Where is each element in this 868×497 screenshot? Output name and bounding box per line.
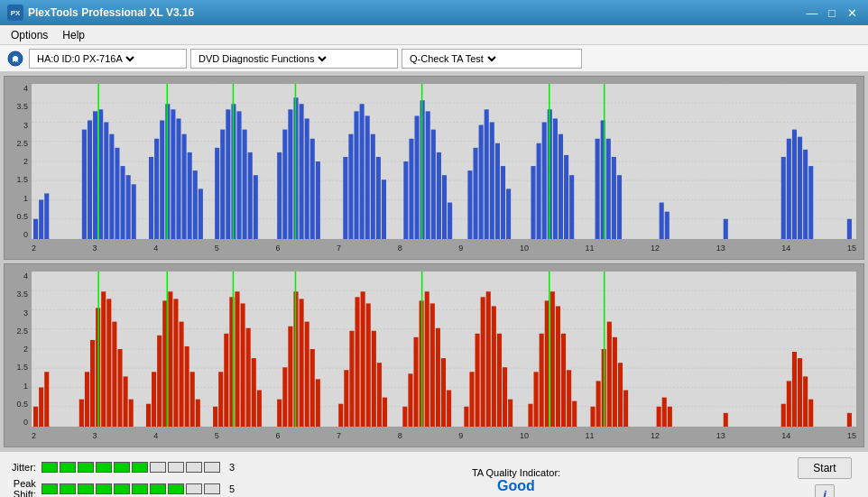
svg-rect-118 — [79, 400, 84, 427]
jitter-seg-7 — [150, 462, 166, 473]
bottom-chart-inner — [32, 272, 856, 427]
device-select[interactable]: HA:0 ID:0 PX-716A — [33, 52, 137, 65]
menu-help[interactable]: Help — [55, 27, 92, 43]
svg-rect-30 — [171, 109, 175, 239]
svg-rect-191 — [550, 291, 555, 427]
svg-rect-201 — [613, 337, 617, 427]
svg-rect-115 — [33, 407, 38, 427]
svg-rect-55 — [343, 157, 347, 239]
top-chart-svg — [32, 84, 856, 239]
svg-rect-38 — [220, 130, 225, 239]
svg-rect-194 — [567, 370, 571, 427]
close-button[interactable]: ✕ — [843, 4, 861, 22]
svg-rect-12 — [33, 219, 38, 239]
device-dropdown[interactable]: HA:0 ID:0 PX-716A — [29, 49, 187, 69]
test-dropdown[interactable]: Q-Check TA Test — [402, 49, 582, 69]
svg-rect-22 — [121, 166, 125, 239]
svg-rect-138 — [196, 400, 200, 427]
svg-rect-197 — [590, 407, 595, 427]
svg-rect-92 — [606, 139, 611, 239]
svg-rect-15 — [82, 130, 87, 239]
svg-rect-156 — [310, 349, 315, 427]
jitter-seg-9 — [186, 462, 202, 473]
svg-rect-200 — [607, 322, 612, 427]
start-button[interactable]: Start — [798, 457, 852, 479]
svg-rect-56 — [348, 134, 353, 239]
svg-rect-81 — [531, 166, 535, 239]
chart-area: 4 3.5 3 2.5 2 1.5 1 0.5 0 — [0, 72, 868, 451]
svg-rect-175 — [441, 358, 446, 427]
minimize-button[interactable]: — — [803, 4, 821, 22]
svg-rect-17 — [93, 111, 97, 239]
svg-rect-184 — [497, 334, 502, 427]
svg-rect-178 — [464, 407, 468, 427]
svg-rect-125 — [117, 349, 122, 427]
ps-seg-8 — [168, 483, 184, 494]
svg-rect-79 — [501, 166, 505, 239]
svg-rect-50 — [300, 104, 304, 239]
jitter-seg-8 — [168, 462, 184, 473]
svg-rect-160 — [344, 370, 348, 427]
svg-rect-189 — [540, 334, 544, 427]
metrics-section: Jitter: 3 Peak Shift: — [9, 462, 235, 497]
svg-rect-120 — [90, 340, 95, 427]
svg-rect-215 — [847, 413, 852, 427]
svg-rect-161 — [349, 331, 354, 427]
jitter-seg-5 — [114, 462, 130, 473]
svg-rect-202 — [618, 363, 623, 427]
svg-rect-164 — [366, 303, 371, 427]
ta-quality-label: TA Quality Indicator: — [472, 467, 560, 478]
ps-seg-2 — [60, 483, 76, 494]
svg-rect-152 — [288, 327, 292, 427]
svg-rect-46 — [277, 152, 282, 239]
svg-rect-170 — [413, 337, 418, 427]
svg-rect-98 — [724, 219, 728, 239]
function-select[interactable]: DVD Diagnostic Functions — [195, 52, 329, 65]
svg-rect-77 — [490, 122, 494, 239]
svg-rect-163 — [361, 291, 365, 427]
info-button[interactable]: i — [815, 484, 835, 497]
svg-rect-105 — [847, 219, 852, 239]
svg-rect-206 — [662, 398, 667, 427]
svg-rect-23 — [126, 175, 131, 239]
svg-rect-44 — [254, 175, 258, 239]
svg-rect-131 — [157, 336, 162, 427]
svg-rect-145 — [241, 303, 245, 427]
svg-rect-133 — [168, 291, 172, 427]
svg-rect-94 — [617, 175, 622, 239]
svg-rect-157 — [316, 379, 320, 427]
svg-rect-96 — [660, 203, 664, 239]
svg-rect-64 — [409, 139, 413, 239]
jitter-seg-6 — [132, 462, 148, 473]
maximize-button[interactable]: □ — [823, 4, 841, 22]
svg-rect-182 — [486, 291, 491, 427]
svg-rect-183 — [492, 306, 496, 427]
svg-rect-14 — [44, 193, 49, 239]
top-chart-y-axis: 4 3.5 3 2.5 2 1.5 1 0.5 0 — [5, 84, 32, 239]
svg-rect-93 — [612, 157, 616, 239]
function-dropdown[interactable]: DVD Diagnostic Functions — [190, 49, 398, 69]
svg-rect-123 — [106, 299, 111, 427]
svg-rect-162 — [355, 297, 359, 427]
svg-rect-151 — [282, 367, 287, 427]
svg-rect-205 — [657, 407, 661, 427]
svg-rect-168 — [402, 407, 407, 427]
svg-rect-82 — [537, 143, 541, 239]
svg-rect-71 — [448, 203, 452, 239]
svg-rect-172 — [425, 291, 429, 427]
start-section: Start i — [798, 457, 852, 497]
svg-rect-76 — [485, 109, 489, 239]
svg-rect-142 — [224, 334, 228, 427]
svg-rect-150 — [277, 400, 282, 427]
menu-options[interactable]: Options — [4, 27, 55, 43]
svg-rect-62 — [382, 179, 386, 239]
svg-rect-135 — [180, 322, 184, 427]
svg-rect-180 — [476, 334, 480, 427]
svg-rect-165 — [372, 331, 376, 427]
svg-rect-80 — [506, 189, 511, 239]
test-select[interactable]: Q-Check TA Test — [406, 52, 499, 65]
svg-rect-208 — [724, 413, 728, 427]
jitter-label: Jitter: — [9, 462, 36, 473]
svg-rect-53 — [316, 161, 320, 239]
svg-rect-78 — [495, 143, 500, 239]
